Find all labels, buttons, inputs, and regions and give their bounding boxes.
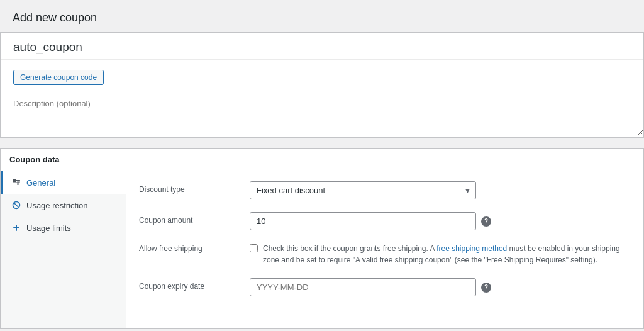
discount-type-select-wrapper: Percentage discount Fixed cart discount … [250,181,476,199]
page-wrapper: Add new coupon Generate coupon code Coup… [0,0,644,331]
sidebar-item-general-label: General [26,178,55,188]
discount-type-control: Percentage discount Fixed cart discount … [250,181,631,199]
free-shipping-label: Allow free shipping [139,243,240,253]
sidebar-item-usage-limits[interactable]: Usage limits [1,216,126,239]
coupon-data-body: General Usage restriction [1,171,643,328]
svg-rect-10 [13,227,19,228]
coupon-expiry-date-row: Coupon expiry date ? [139,278,631,296]
coupon-data-section: Coupon data [0,148,644,329]
svg-rect-6 [17,184,19,185]
main-panel: Discount type Percentage discount Fixed … [126,171,643,328]
coupon-expiry-date-help-icon: ? [481,283,491,293]
coupon-code-input[interactable] [13,39,631,55]
free-shipping-row: Allow free shipping Check this box if th… [139,243,631,266]
discount-type-select[interactable]: Percentage discount Fixed cart discount … [250,181,476,199]
sidebar-item-general[interactable]: General [1,171,126,194]
coupon-input-row [1,33,643,60]
coupon-data-header: Coupon data [1,149,643,171]
svg-rect-4 [17,182,20,182]
free-shipping-description: Check this box if the coupon grants free… [263,243,631,266]
generate-coupon-button[interactable]: Generate coupon code [13,70,104,85]
plus-icon [11,223,21,233]
coupon-amount-control: ? [250,212,631,230]
coupon-amount-label: Coupon amount [139,212,240,225]
tag-icon [11,177,21,188]
coupon-amount-input[interactable] [250,212,476,230]
discount-type-label: Discount type [139,181,240,194]
free-shipping-control: Check this box if the coupon grants free… [250,243,631,266]
free-shipping-checkbox[interactable] [250,244,258,252]
sidebar-item-usage-limits-label: Usage limits [26,223,71,233]
free-shipping-method-link[interactable]: free shipping method [436,244,507,253]
restrict-icon [11,200,21,210]
coupon-amount-row: Coupon amount ? [139,212,631,230]
svg-line-8 [14,203,19,208]
description-textarea[interactable] [1,91,643,135]
svg-rect-5 [17,183,19,184]
discount-type-row: Discount type Percentage discount Fixed … [139,181,631,199]
sidebar-item-usage-restriction-label: Usage restriction [26,201,88,210]
generate-row: Generate coupon code [1,60,643,91]
free-shipping-desc-before: Check this box if the coupon grants free… [263,244,436,253]
coupon-amount-help-icon: ? [481,216,491,227]
sidebar-nav: General Usage restriction [1,171,126,328]
coupon-expiry-date-control: ? [250,278,631,296]
sidebar-item-usage-restriction[interactable]: Usage restriction [1,194,126,216]
description-row [1,91,643,137]
top-section: Generate coupon code [0,32,644,138]
page-title-area: Add new coupon [0,0,644,32]
coupon-expiry-date-input[interactable] [250,278,476,296]
coupon-expiry-date-label: Coupon expiry date [139,278,240,291]
page-title: Add new coupon [13,11,631,25]
svg-point-3 [14,179,16,181]
